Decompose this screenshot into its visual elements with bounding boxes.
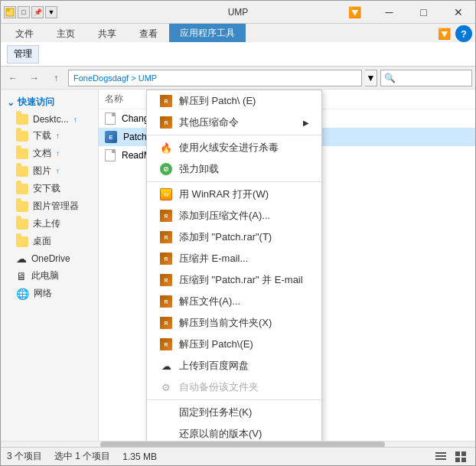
- item-count: 3 个项目: [7, 450, 42, 463]
- rar-icon5: R: [159, 252, 173, 266]
- sidebar-item-desktop2[interactable]: 桌面: [1, 233, 98, 250]
- window-controls: 🔽 ─ □ ✕: [337, 1, 475, 24]
- sidebar-section-quickaccess[interactable]: ⌄ 快速访问: [1, 93, 98, 112]
- collapse-button[interactable]: 🔽: [337, 1, 372, 24]
- svg-rect-11: [455, 458, 460, 462]
- rar-icon: R: [159, 94, 173, 108]
- main-content: ⌄ 快速访问 Desktc... ↑ 下载 ↑ 文档 ↑ 图片 ↑: [1, 90, 475, 441]
- tab-manage-active[interactable]: 应用程序工具: [169, 24, 246, 42]
- pin-icon2: [159, 406, 173, 419]
- ctx-item-baidu-upload[interactable]: ☁ 上传到百度网盘: [147, 355, 321, 376]
- folder-icon: [16, 219, 28, 230]
- down-icon[interactable]: ▼: [45, 6, 57, 18]
- rar-icon2: R: [159, 116, 173, 129]
- sidebar-item-pictman[interactable]: 图片管理器: [1, 197, 98, 215]
- ctx-item-compress-patch-email[interactable]: R 压缩到 "Patch.rar" 并 E-mail: [147, 269, 321, 291]
- ctx-separator-3: [147, 399, 321, 400]
- nav-bar: ← → ↑ FoneDogsdagf > UMP ▼ 🔍: [1, 67, 475, 90]
- folder-icon: [16, 184, 28, 194]
- exe-icon: E: [105, 131, 117, 143]
- ctx-separator-2: [147, 181, 321, 182]
- pin-icon[interactable]: 📌: [31, 6, 44, 18]
- folder-icon: [16, 166, 28, 177]
- ctx-item-antivirus[interactable]: 🔥 使用火绒安全进行杀毒: [147, 137, 321, 158]
- title-bar: □ 📌 ▼ UMP 🔽 ─ □ ✕: [1, 1, 475, 24]
- ctx-item-add-to-patch-rar[interactable]: R 添加到 "Patch.rar"(T): [147, 226, 321, 248]
- sidebar-item-downloads[interactable]: 下载 ↑: [1, 127, 98, 145]
- folder-icon: [16, 131, 28, 142]
- rar-icon6: R: [159, 273, 173, 287]
- unload-icon: ⊘: [159, 162, 173, 176]
- sidebar-item-thispc[interactable]: 🖥 此电脑: [1, 267, 98, 285]
- chevron-icon: ⌄: [7, 97, 15, 108]
- folder-icon: [16, 114, 28, 125]
- sidebar-item-anzai[interactable]: 安下载: [1, 180, 98, 197]
- tab-share[interactable]: 共享: [86, 25, 128, 42]
- restore-icon: [159, 427, 173, 441]
- winrar-icon: W: [159, 187, 173, 201]
- folder-icon: [16, 201, 28, 212]
- rar-icon3: R: [159, 209, 173, 223]
- back-button[interactable]: ←: [4, 69, 22, 87]
- ribbon-bar: 管理: [1, 42, 475, 67]
- ctx-item-open-winrar[interactable]: W 用 WinRAR 打开(W): [147, 184, 321, 205]
- ctx-item-restore-version[interactable]: 还原以前的版本(V): [147, 423, 321, 441]
- network-icon: 🌐: [16, 288, 29, 300]
- ribbon-manage-tab[interactable]: 管理: [7, 45, 39, 64]
- large-icons-view-button[interactable]: [452, 448, 469, 465]
- svg-rect-12: [461, 458, 466, 462]
- forward-button[interactable]: →: [25, 69, 44, 87]
- folder-icon: [16, 236, 28, 247]
- search-bar[interactable]: 🔍: [380, 70, 472, 86]
- sidebar-item-upload[interactable]: 未上传: [1, 215, 98, 233]
- sidebar-item-desktop[interactable]: Desktc... ↑: [1, 112, 98, 127]
- tab-home[interactable]: 主页: [45, 25, 86, 42]
- details-view-button[interactable]: [432, 448, 449, 465]
- title-bar-icons: □ 📌 ▼: [4, 6, 57, 18]
- pc-icon: 🖥: [16, 270, 27, 282]
- minimize-button[interactable]: ─: [372, 1, 406, 24]
- up-button[interactable]: ↑: [47, 69, 65, 87]
- svg-rect-1: [6, 8, 10, 11]
- ctx-item-extract-here[interactable]: R 解压到当前文件夹(X): [147, 312, 321, 334]
- rar-icon8: R: [159, 316, 173, 330]
- view-buttons: [432, 448, 469, 465]
- help-button[interactable]: ?: [455, 25, 472, 42]
- ctx-item-other-compress[interactable]: R 其他压缩命令 ▶: [147, 112, 321, 133]
- explorer-window: □ 📌 ▼ UMP 🔽 ─ □ ✕ 文件 主页 共享 查看 应用程序工具 🔽 ?…: [0, 0, 476, 466]
- txt-icon: [105, 112, 116, 125]
- ctx-item-extract-e[interactable]: R 解压到 Patch\ (E): [147, 90, 321, 112]
- maximize-button[interactable]: □: [406, 1, 441, 24]
- selected-size: 1.35 MB: [122, 451, 157, 462]
- sidebar-item-onedrive[interactable]: ☁ OneDrive: [1, 250, 98, 267]
- fire-icon: 🔥: [159, 141, 173, 155]
- sidebar-item-documents[interactable]: 文档 ↑: [1, 145, 98, 162]
- sidebar-item-network[interactable]: 🌐 网络: [1, 285, 98, 302]
- svg-rect-9: [455, 451, 460, 456]
- sidebar-item-pictures[interactable]: 图片 ↑: [1, 162, 98, 180]
- ctx-item-extract-to[interactable]: R 解压文件(A)...: [147, 291, 321, 312]
- tab-file[interactable]: 文件: [4, 25, 45, 42]
- ctx-item-add-to-zip[interactable]: R 添加到压缩文件(A)...: [147, 205, 321, 226]
- folder-icon: [16, 148, 28, 159]
- ctx-item-extract-patch[interactable]: R 解压到 Patch\(E): [147, 334, 321, 355]
- close-button[interactable]: ✕: [441, 1, 475, 24]
- status-bar: 3 个项目 选中 1 个项目 1.35 MB: [1, 447, 475, 465]
- address-dropdown-button[interactable]: ▼: [365, 70, 377, 86]
- ctx-item-compress-email[interactable]: R 压缩并 E-mail...: [147, 248, 321, 269]
- window-title: UMP: [228, 7, 249, 18]
- ctx-separator-1: [147, 135, 321, 135]
- ctx-item-pin-taskbar[interactable]: 固定到任务栏(K): [147, 402, 321, 423]
- ctx-item-force-unload[interactable]: ⊘ 强力卸载: [147, 158, 321, 180]
- cloud-icon: ☁: [16, 253, 27, 265]
- new-window-icon[interactable]: □: [18, 6, 30, 18]
- rar-icon4: R: [159, 230, 173, 244]
- ctx-item-auto-backup[interactable]: ⚙ 自动备份该文件夹: [147, 376, 321, 398]
- tab-view[interactable]: 查看: [128, 25, 169, 42]
- address-bar[interactable]: FoneDogsdagf > UMP: [68, 70, 362, 86]
- ribbon-collapse-button[interactable]: 🔽: [435, 25, 452, 42]
- gear-icon: ⚙: [159, 380, 173, 394]
- horizontal-scrollbar[interactable]: [1, 441, 475, 447]
- txt-icon2: [105, 149, 116, 161]
- sidebar: ⌄ 快速访问 Desktc... ↑ 下载 ↑ 文档 ↑ 图片 ↑: [1, 90, 99, 441]
